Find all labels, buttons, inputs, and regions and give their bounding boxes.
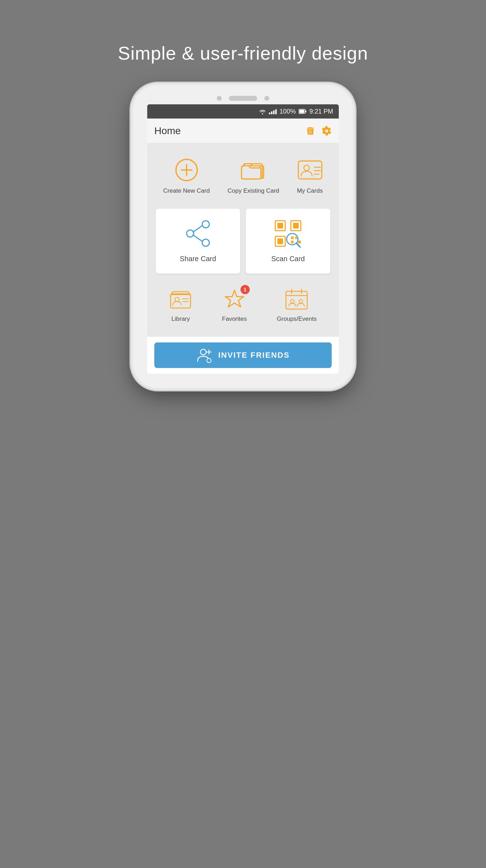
svg-point-14	[202, 221, 209, 228]
status-icons: 100% 9:21 PM	[259, 108, 333, 115]
svg-line-17	[193, 226, 202, 232]
phone-camera-right	[264, 96, 269, 101]
copy-existing-card-icon	[241, 158, 266, 182]
app-title: Home	[154, 125, 181, 137]
phone-top	[133, 96, 353, 101]
svg-rect-20	[277, 223, 283, 229]
scan-card-btn[interactable]: Scan Card	[246, 209, 330, 274]
svg-rect-22	[293, 223, 299, 229]
share-card-btn[interactable]: Share Card	[156, 209, 240, 274]
svg-rect-3	[305, 110, 306, 112]
scan-card-label: Scan Card	[271, 255, 305, 263]
library-label: Library	[171, 315, 190, 323]
svg-point-0	[262, 113, 263, 114]
invite-person-icon	[196, 347, 212, 363]
signal-bars-icon	[269, 109, 277, 114]
create-new-card-icon	[174, 158, 199, 182]
my-cards-icon	[298, 158, 322, 182]
delete-icon[interactable]	[305, 126, 315, 136]
card-actions: Share Card	[154, 209, 332, 274]
svg-rect-24	[277, 238, 283, 244]
copy-existing-card-label: Copy Existing Card	[228, 187, 280, 194]
svg-point-10	[304, 165, 309, 171]
create-new-card-label: Create New Card	[163, 187, 210, 194]
invite-btn-label: INVITE FRIENDS	[218, 351, 290, 360]
svg-line-31	[296, 243, 300, 247]
svg-point-44	[200, 349, 206, 355]
svg-point-42	[291, 300, 294, 303]
library-item[interactable]: Library	[169, 288, 192, 323]
battery-icon	[299, 109, 306, 114]
battery-text: 100%	[280, 108, 296, 115]
share-card-label: Share Card	[180, 255, 216, 263]
svg-point-16	[187, 230, 194, 237]
phone-speaker	[229, 96, 257, 101]
invite-section: INVITE FRIENDS	[147, 337, 339, 374]
copy-existing-card-item[interactable]: Copy Existing Card	[228, 158, 280, 194]
my-cards-item[interactable]: My Cards	[297, 158, 323, 194]
page-tagline: Simple & user-friendly design	[118, 43, 368, 64]
app-bar: Home	[147, 119, 339, 143]
groups-events-icon	[285, 288, 308, 311]
favorites-label: Favorites	[222, 315, 247, 323]
screen: 100% 9:21 PM Home	[147, 104, 339, 374]
scan-card-icon	[274, 219, 302, 248]
groups-events-item[interactable]: Groups/Events	[277, 288, 316, 323]
settings-icon[interactable]	[322, 126, 332, 136]
svg-rect-38	[286, 291, 307, 309]
bottom-icons: Library 1 Favorites	[154, 284, 332, 326]
groups-events-label: Groups/Events	[277, 315, 316, 323]
status-bar: 100% 9:21 PM	[147, 104, 339, 119]
app-bar-icons	[305, 126, 332, 136]
create-new-card-item[interactable]: Create New Card	[163, 158, 210, 194]
svg-rect-9	[298, 161, 321, 179]
phone-shell: 100% 9:21 PM Home	[133, 85, 353, 388]
content: Create New Card Copy Exi	[147, 143, 339, 374]
favorites-item[interactable]: 1 Favorites	[222, 288, 247, 323]
svg-line-18	[193, 235, 202, 241]
favorites-badge: 1	[241, 285, 250, 294]
top-actions: Create New Card Copy Exi	[154, 154, 332, 198]
svg-point-43	[299, 300, 303, 303]
time-text: 9:21 PM	[309, 108, 333, 115]
svg-point-47	[207, 358, 211, 363]
share-card-icon	[184, 219, 212, 248]
library-icon	[169, 288, 192, 311]
wifi-icon	[259, 109, 266, 114]
my-cards-label: My Cards	[297, 187, 323, 194]
svg-rect-2	[299, 110, 304, 113]
svg-point-15	[202, 239, 209, 246]
phone-camera	[217, 96, 222, 101]
invite-friends-btn[interactable]: INVITE FRIENDS	[154, 342, 332, 368]
